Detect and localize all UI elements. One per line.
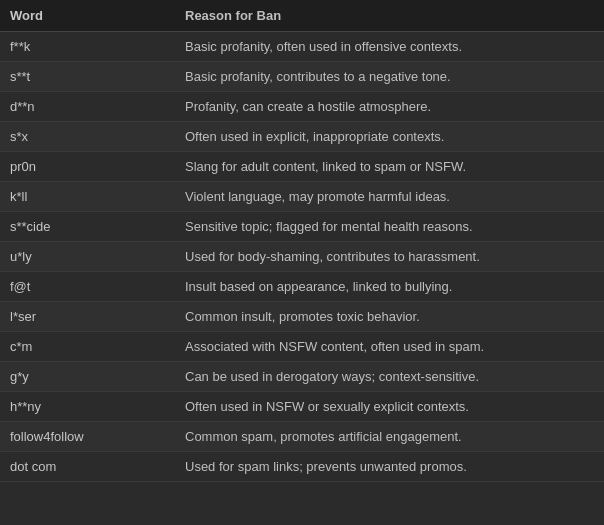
header-reason: Reason for Ban [175, 0, 604, 32]
table-row: follow4followCommon spam, promotes artif… [0, 422, 604, 452]
cell-reason: Profanity, can create a hostile atmosphe… [175, 92, 604, 122]
cell-reason: Insult based on appearance, linked to bu… [175, 272, 604, 302]
table-row: d**nProfanity, can create a hostile atmo… [0, 92, 604, 122]
table-row: s**tBasic profanity, contributes to a ne… [0, 62, 604, 92]
table-header-row: Word Reason for Ban [0, 0, 604, 32]
cell-reason: Violent language, may promote harmful id… [175, 182, 604, 212]
cell-word: s**cide [0, 212, 175, 242]
table-row: u*lyUsed for body-shaming, contributes t… [0, 242, 604, 272]
cell-word: f**k [0, 32, 175, 62]
table-row: f**kBasic profanity, often used in offen… [0, 32, 604, 62]
cell-word: s*x [0, 122, 175, 152]
table-row: l*serCommon insult, promotes toxic behav… [0, 302, 604, 332]
cell-word: follow4follow [0, 422, 175, 452]
cell-word: k*ll [0, 182, 175, 212]
cell-reason: Can be used in derogatory ways; context-… [175, 362, 604, 392]
table-row: pr0nSlang for adult content, linked to s… [0, 152, 604, 182]
cell-reason: Slang for adult content, linked to spam … [175, 152, 604, 182]
cell-word: f@t [0, 272, 175, 302]
cell-word: l*ser [0, 302, 175, 332]
cell-reason: Often used in NSFW or sexually explicit … [175, 392, 604, 422]
cell-word: s**t [0, 62, 175, 92]
cell-word: pr0n [0, 152, 175, 182]
cell-reason: Used for spam links; prevents unwanted p… [175, 452, 604, 482]
cell-reason: Common spam, promotes artificial engagem… [175, 422, 604, 452]
cell-word: g*y [0, 362, 175, 392]
table-row: dot comUsed for spam links; prevents unw… [0, 452, 604, 482]
cell-reason: Common insult, promotes toxic behavior. [175, 302, 604, 332]
table-row: g*yCan be used in derogatory ways; conte… [0, 362, 604, 392]
cell-word: u*ly [0, 242, 175, 272]
table-row: f@tInsult based on appearance, linked to… [0, 272, 604, 302]
table-row: h**nyOften used in NSFW or sexually expl… [0, 392, 604, 422]
table-row: c*mAssociated with NSFW content, often u… [0, 332, 604, 362]
table-row: k*llViolent language, may promote harmfu… [0, 182, 604, 212]
cell-word: dot com [0, 452, 175, 482]
cell-word: c*m [0, 332, 175, 362]
cell-word: h**ny [0, 392, 175, 422]
cell-reason: Often used in explicit, inappropriate co… [175, 122, 604, 152]
cell-reason: Associated with NSFW content, often used… [175, 332, 604, 362]
banned-words-table: Word Reason for Ban f**kBasic profanity,… [0, 0, 604, 482]
table-row: s*xOften used in explicit, inappropriate… [0, 122, 604, 152]
cell-reason: Sensitive topic; flagged for mental heal… [175, 212, 604, 242]
cell-reason: Basic profanity, often used in offensive… [175, 32, 604, 62]
table-row: s**cideSensitive topic; flagged for ment… [0, 212, 604, 242]
cell-word: d**n [0, 92, 175, 122]
cell-reason: Used for body-shaming, contributes to ha… [175, 242, 604, 272]
cell-reason: Basic profanity, contributes to a negati… [175, 62, 604, 92]
header-word: Word [0, 0, 175, 32]
